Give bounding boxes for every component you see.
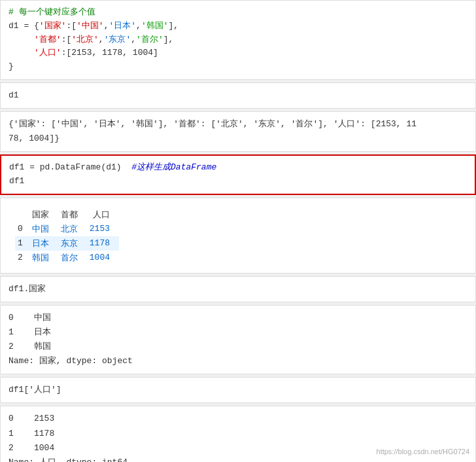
watermark: https://blog.csdn.net/HG0724 [377, 448, 469, 455]
row-2-country: 韩国 [29, 251, 58, 265]
cell-1-code: # 每一个键对应多个值 d1 = {'国家':['中国','日本','韩国'],… [0, 0, 476, 80]
table-header-population: 人口 [87, 207, 119, 222]
row-0-country: 中国 [29, 222, 58, 236]
page-container: # 每一个键对应多个值 d1 = {'国家':['中国','日本','韩国'],… [0, 0, 476, 462]
row-index-2: 2 [15, 251, 29, 265]
table-header-idx [15, 207, 29, 222]
cell-6-output: df1['人口'] [0, 377, 476, 403]
dataframe-table: 国家 首都 人口 0 中国 北京 2153 1 日本 东京 1178 [15, 207, 119, 265]
cell-5-data: 0 中国 1 日本 2 韩国 Name: 国家, dtype: object [0, 305, 476, 374]
code-line-3: '人口':[2153, 1178, 1004] [8, 46, 468, 60]
cell-2-label: d1 [0, 82, 476, 109]
cell-5-output: df1.国家 [0, 276, 476, 302]
cell-2-label-text: d1 [8, 88, 468, 103]
cell-5-data-text: 0 中国 1 日本 2 韩国 Name: 国家, dtype: object [8, 311, 468, 368]
table-header-capital: 首都 [58, 207, 87, 222]
code-comment: # 每一个键对应多个值 [8, 6, 468, 20]
row-1-population: 1178 [87, 236, 119, 251]
cell-3-line-2: df1 [9, 175, 467, 188]
code-line-2: '首都':['北京','东京','首尔'], [8, 33, 468, 47]
cell-2-output: {'国家': ['中国', '日本', '韩国'], '首都': ['北京', … [0, 111, 476, 152]
cell-6-label: df1['人口'] [8, 383, 468, 397]
row-1-capital: 东京 [58, 236, 87, 251]
table-row: 0 中国 北京 2153 [15, 222, 119, 236]
cell-3-line-1: df1 = pd.DataFrame(d1) #这样生成DataFrame [9, 161, 467, 175]
cell-2-output-text: {'国家': ['中国', '日本', '韩国'], '首都': ['北京', … [8, 117, 468, 146]
code-line-4: } [8, 60, 468, 74]
row-index-1: 1 [15, 236, 29, 251]
row-0-population: 2153 [87, 222, 119, 236]
row-1-country: 日本 [29, 236, 58, 251]
row-0-capital: 北京 [58, 222, 87, 236]
row-index-0: 0 [15, 222, 29, 236]
table-header-row: 国家 首都 人口 [15, 207, 119, 222]
table-row: 1 日本 东京 1178 [15, 236, 119, 251]
row-2-capital: 首尔 [58, 251, 87, 265]
row-2-population: 1004 [87, 251, 119, 265]
cell-5-label: df1.国家 [8, 282, 468, 296]
code-line-1: d1 = {'国家':['中国','日本','韩国'], [8, 20, 468, 33]
cell-3-code: df1 = pd.DataFrame(d1) #这样生成DataFrame df… [0, 154, 476, 195]
table-row: 2 韩国 首尔 1004 [15, 251, 119, 265]
table-header-country: 国家 [29, 207, 58, 222]
cell-4-dataframe: 国家 首都 人口 0 中国 北京 2153 1 日本 东京 1178 [0, 198, 476, 274]
